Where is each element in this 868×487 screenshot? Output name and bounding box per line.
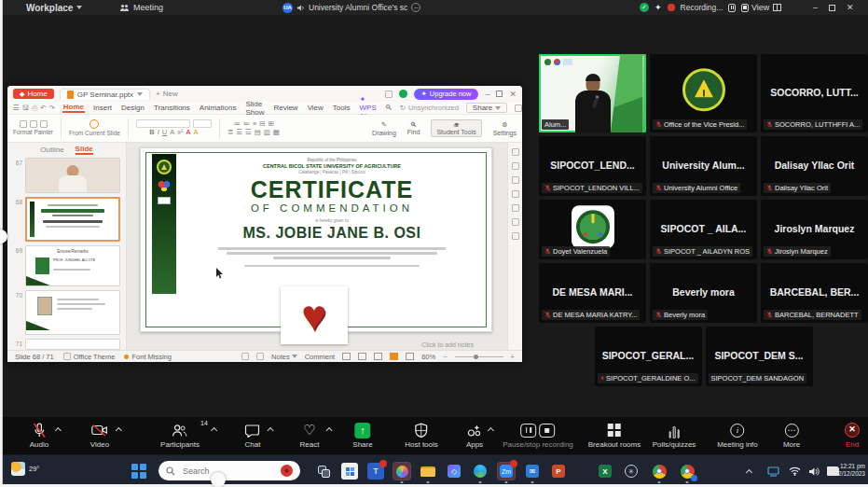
menu-animations[interactable]: Animations	[199, 104, 238, 112]
participant-tile[interactable]: SIPOCOT_LEND... SIPOCOT_LENDON VILL...	[539, 136, 646, 196]
react-button[interactable]: ♡ React	[300, 422, 320, 449]
close-window-icon[interactable]: ✕	[847, 0, 854, 15]
maximize-window-icon[interactable]	[829, 5, 835, 11]
ribbon-collapse-icon[interactable]	[515, 104, 522, 112]
audio-button[interactable]: Audio	[30, 422, 48, 449]
paragraph-group[interactable]: ≔≕≡⊟⊞ ≣☰☲▤▥▦	[227, 120, 280, 137]
document-tab[interactable]: GP Seminar.pptx	[60, 89, 150, 100]
video-button[interactable]: Video	[90, 422, 109, 449]
current-slide[interactable]: Republic of the Philippines CENTRAL BICO…	[140, 147, 492, 332]
slideshow-view-icon[interactable]	[390, 353, 398, 360]
chevron-up-icon[interactable]	[55, 427, 62, 434]
wps-maximize-icon[interactable]	[496, 90, 503, 97]
menu-tools[interactable]: Tools	[332, 104, 351, 112]
powerpoint-app-icon[interactable]: P	[550, 463, 567, 480]
slide-thumb-67[interactable]: 67	[7, 156, 126, 195]
chevron-up-icon[interactable]	[267, 427, 273, 434]
zoom-app-icon[interactable]: Zm	[498, 463, 515, 480]
properties-icon[interactable]	[512, 148, 519, 156]
sync-status[interactable]: ↻Unsynchronized	[400, 104, 459, 112]
slide-tab[interactable]: Slide	[76, 145, 93, 155]
chevron-up-icon[interactable]	[488, 427, 494, 434]
handwriting-icon[interactable]	[256, 353, 264, 360]
clipart-icon[interactable]	[512, 190, 519, 198]
fit-slide-icon[interactable]	[406, 353, 414, 360]
new-tab-button[interactable]: + New	[156, 90, 178, 98]
chrome-profile1-icon[interactable]	[651, 463, 668, 480]
slide-thumb-70[interactable]: 70	[7, 288, 126, 337]
menu-design[interactable]: Design	[120, 104, 145, 112]
animation-pane-icon[interactable]	[512, 162, 519, 170]
store-app-icon[interactable]	[341, 463, 358, 480]
help-icon[interactable]	[512, 218, 519, 226]
apps-button[interactable]: Apps	[466, 422, 483, 449]
settings-button[interactable]: ⚙︎Settings	[493, 121, 517, 136]
menu-home[interactable]: Home	[62, 103, 85, 113]
comments-icon[interactable]	[512, 176, 519, 184]
font-group[interactable]: BIUAx²AA	[136, 119, 212, 136]
search-box[interactable]	[158, 461, 300, 480]
stop-icon[interactable]	[539, 424, 555, 438]
pause-stop-recording-button[interactable]: Pause/stop recording	[503, 422, 573, 449]
chatgpt-app-icon[interactable]: ✳	[623, 463, 640, 480]
more-button[interactable]: ⋯ More	[783, 422, 800, 449]
notes-toggle[interactable]: Notes	[271, 353, 297, 361]
chart-icon[interactable]	[512, 204, 519, 212]
pause-icon[interactable]	[520, 424, 536, 438]
wps-share-button[interactable]: Share	[466, 103, 507, 113]
font-missing-warning[interactable]: Font Missing	[124, 353, 172, 361]
participant-tile[interactable]: SIPOCOT_DEM S... SIPOCOT_DEM SANDAGON	[706, 327, 813, 386]
format-painter-button[interactable]: Format Painter	[13, 120, 53, 135]
comment-button[interactable]: Comment	[305, 353, 336, 361]
menu-insert[interactable]: Insert	[92, 104, 113, 112]
ai-sparkle-icon[interactable]: ✦	[654, 3, 662, 12]
stop-recording-button[interactable]	[741, 4, 749, 12]
photos-app-icon[interactable]: ◇	[446, 463, 462, 480]
participant-tile[interactable]: DE MESA MARI... DE MESA MARIA KATRY...	[539, 263, 646, 323]
slide-sorter-icon[interactable]	[358, 353, 366, 360]
task-view-button[interactable]	[315, 463, 332, 480]
normal-view-icon[interactable]	[342, 353, 351, 360]
theme-indicator[interactable]: Office Theme	[63, 353, 116, 361]
zoom-in-icon[interactable]: +	[511, 353, 515, 361]
copilot-app-icon[interactable]	[393, 463, 410, 480]
zoom-slider[interactable]	[455, 356, 503, 357]
share-button[interactable]: ↑ Share	[352, 422, 372, 449]
chrome-profile2-icon[interactable]	[679, 463, 696, 480]
edge-browser-icon[interactable]	[472, 463, 489, 480]
participant-tile[interactable]: BARCEBAL, BER... BARCEBAL, BERNADETT	[761, 263, 868, 323]
pause-recording-button[interactable]	[728, 4, 736, 12]
student-tools-button[interactable]: 🎓︎Student Tools	[431, 119, 481, 137]
workspace-switcher[interactable]: Workplace	[26, 0, 82, 15]
participant-tile[interactable]: University Alum... University Alumni Off…	[650, 136, 757, 196]
shared-screen-info[interactable]: UA University Alumni Office's sc –	[282, 0, 420, 15]
font-name-select[interactable]	[136, 119, 190, 128]
weather-widget[interactable]: 29°	[11, 462, 39, 476]
minimize-window-icon[interactable]: –	[813, 0, 818, 15]
notes-hint[interactable]: Click to add notes	[421, 341, 474, 348]
participant-tile-speaker[interactable]: Alum...	[539, 54, 646, 132]
clock[interactable]: 12:21 pm 12/12/2023	[834, 463, 865, 479]
wps-close-icon[interactable]: ✕	[509, 87, 517, 102]
file-explorer-icon[interactable]	[420, 463, 436, 480]
from-current-slide-button[interactable]: From Current Slide	[69, 119, 120, 136]
quick-access-icons[interactable]: ☰🖫⎙↶↷	[13, 104, 55, 113]
zoom-out-icon[interactable]: −	[443, 353, 447, 361]
polls-button[interactable]: Polls/quizzes	[653, 422, 696, 449]
chevron-up-icon[interactable]	[325, 427, 332, 434]
spellcheck-icon[interactable]	[241, 353, 249, 360]
outline-tab[interactable]: Outline	[40, 146, 63, 154]
participant-tile[interactable]: Jiroslyn Marquez Jiroslyn Marquez	[761, 200, 868, 259]
upgrade-button[interactable]: ✦ Upgrade now	[414, 89, 479, 100]
breakout-rooms-button[interactable]: Breakout rooms	[588, 422, 641, 449]
participant-tile[interactable]: Beverly mora Beverly mora	[650, 263, 757, 323]
minimize-share-icon[interactable]: –	[411, 3, 420, 12]
participant-tile[interactable]: SIPOCOT _ AILA... SIPOCOT _ AILADYN ROS	[650, 200, 757, 259]
cast-display-icon[interactable]	[765, 463, 781, 480]
chat-button[interactable]: Chat	[245, 422, 261, 449]
wps-minimize-icon[interactable]: –	[485, 87, 489, 102]
start-button[interactable]	[131, 463, 147, 480]
meeting-info-button[interactable]: i Meeting info	[717, 422, 758, 449]
drawing-button[interactable]: ✎Drawing	[372, 121, 396, 136]
menu-transitions[interactable]: Transitions	[153, 104, 191, 112]
